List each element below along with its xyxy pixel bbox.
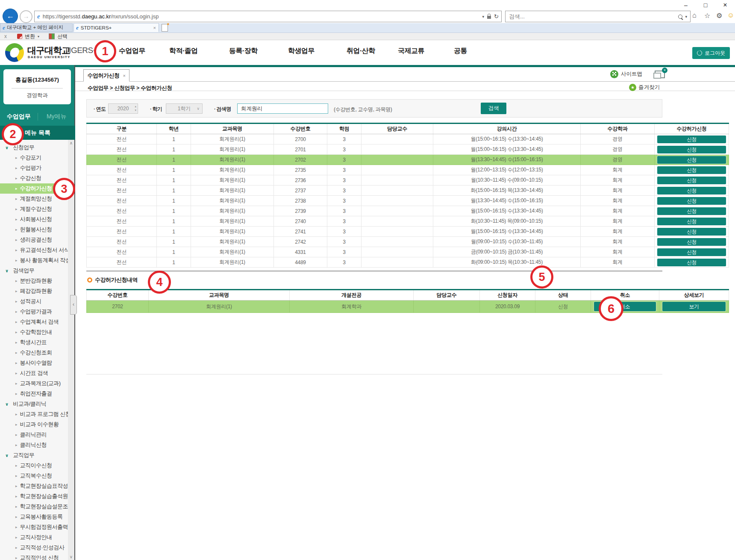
sidebar-item[interactable]: ▸학교현장실습출석원 (0, 491, 68, 501)
sidebar-item[interactable]: ▸수업평가 (0, 163, 68, 173)
sidebar-item[interactable]: ▸비교과 이수현황 (0, 419, 68, 430)
sidebar-item[interactable]: ▸교직복수신청 (0, 471, 68, 481)
sidebar-item[interactable]: ▸교직사정안내 (0, 532, 68, 542)
apply-button[interactable]: 신청 (657, 197, 726, 205)
sidebar-collapse-handle[interactable]: ‹ (70, 295, 77, 315)
sidebar-item[interactable]: ▸계절수강신청 (0, 204, 68, 214)
apply-button[interactable]: 신청 (657, 166, 726, 174)
refresh-icon[interactable]: ↻ (494, 13, 499, 20)
sidebar-item[interactable]: ▸수강신청조회 (0, 348, 68, 358)
nav-item-3[interactable]: 등록·장학 (229, 47, 258, 56)
sidebar-item[interactable]: ▸분반강좌현황 (0, 276, 68, 286)
nav-item-7[interactable]: 공통 (454, 47, 467, 56)
forward-button[interactable]: → (20, 10, 32, 23)
apply-button[interactable]: 신청 (657, 259, 726, 266)
sidebar-item[interactable]: ▸폐강강좌현황 (0, 286, 68, 296)
nav-item-2[interactable]: 학적·졸업 (169, 47, 198, 56)
browser-tab-stdtigers[interactable]: e STDTIGERS+ × (74, 23, 159, 32)
browser-tab-main[interactable]: e 대구대학교 + 메인 페이지 (0, 23, 73, 32)
select-button[interactable]: 선택 (57, 33, 68, 40)
minimize-icon[interactable]: – (676, 0, 696, 10)
sidebar-item[interactable]: ▸성적공시 (0, 296, 68, 307)
sidebar-tab-courses[interactable]: 수업업무 (0, 113, 38, 121)
sidebar-scrollbar[interactable]: ∧ ∨ (68, 140, 74, 560)
chevron-down-icon[interactable]: ▾ (482, 15, 485, 19)
home-icon[interactable]: ⌂ (692, 12, 697, 19)
nav-item-4[interactable]: 학생업무 (288, 47, 315, 56)
favorites-star-icon[interactable]: ☆ (704, 12, 710, 20)
sidebar-item[interactable]: ▸헌혈봉사신청 (0, 224, 68, 235)
sidebar-item[interactable]: ▸취업전자출결 (0, 389, 68, 399)
sidebar-item[interactable]: ▸학교현장실습설문조사 (0, 501, 68, 512)
apply-button[interactable]: 신청 (657, 177, 726, 184)
apply-button[interactable]: 신청 (657, 218, 726, 225)
sidebar-item[interactable]: ▸비교과 프로그램 신청 (0, 409, 68, 419)
back-button[interactable]: ← (3, 9, 18, 24)
close-all-tabs-icon[interactable] (655, 71, 665, 78)
sidebar-item[interactable]: ▸학생시간표 (0, 337, 68, 348)
sitemap-link[interactable]: 사이트맵 (610, 70, 642, 78)
sidebar-item[interactable]: ▸수강학점안내 (0, 327, 68, 337)
smiley-feedback-icon[interactable]: ☺ (727, 12, 734, 19)
search-icon[interactable] (678, 15, 682, 19)
convert-button[interactable]: 변환 (25, 33, 35, 40)
sidebar-item[interactable]: ▸봉사 활동계획서 작성 (0, 255, 68, 265)
sidebar-item[interactable]: ▸사회봉사신청 (0, 214, 68, 224)
apply-button[interactable]: 신청 (657, 207, 726, 215)
keyword-input[interactable]: 회계원리 (237, 103, 328, 114)
page-tab[interactable]: 수업허가신청 × (83, 69, 129, 82)
view-button[interactable]: 보기 (662, 302, 726, 311)
apply-button[interactable]: 신청 (657, 238, 726, 246)
browser-search-input[interactable]: 검색... ▾ (505, 11, 691, 22)
sidebar-item[interactable]: ▸봉사이수열람 (0, 358, 68, 368)
chevron-down-icon[interactable]: ▾ (38, 35, 39, 38)
sidebar-item[interactable]: ▸교직적인성 신청 (0, 553, 68, 560)
maximize-icon[interactable]: □ (696, 0, 715, 10)
new-tab-button[interactable] (162, 24, 168, 32)
sidebar-item[interactable]: ▸학교현장실습표작성 (0, 481, 68, 491)
sidebar-item[interactable]: ▸수업계획서 검색 (0, 317, 68, 327)
year-spinner[interactable]: 2020 ▴▾ (108, 103, 138, 114)
sidebar-item[interactable]: ▸유고결석신청서 서식 (0, 245, 68, 255)
scroll-down-icon[interactable]: ∨ (68, 554, 74, 560)
search-button[interactable]: 검색 (481, 103, 506, 114)
toolbar-close-icon[interactable]: x (4, 33, 7, 39)
table-cell: 2741 (274, 227, 327, 237)
spin-down-icon[interactable]: ▾ (135, 108, 136, 112)
scroll-up-icon[interactable]: ∧ (68, 140, 74, 146)
sidebar-item[interactable]: ▸수업평가결과 (0, 307, 68, 317)
sidebar-item[interactable]: ▸클리닉관리 (0, 430, 68, 440)
gear-icon[interactable]: ⚙ (716, 12, 722, 20)
sidebar-item[interactable]: ▸수강포기 (0, 153, 68, 163)
nav-item-6[interactable]: 국제교류 (398, 47, 424, 56)
nav-item-1[interactable]: 수업업무 (119, 47, 145, 56)
close-icon[interactable]: × (715, 0, 735, 10)
sidebar-item[interactable]: ▸교과목개요(교과) (0, 378, 68, 389)
spin-up-icon[interactable]: ▴ (135, 104, 136, 108)
favorites-link[interactable]: ★ 즐겨찾기 (629, 84, 660, 91)
logout-button[interactable]: 로그아웃 (692, 47, 730, 59)
sidebar-group[interactable]: ∨비교과/클리닉 (0, 399, 68, 409)
apply-button[interactable]: 신청 (657, 156, 726, 164)
sidebar-item[interactable]: ▸클리닉신청 (0, 440, 68, 450)
sidebar-item[interactable]: ▸교직적성·인성검사 (0, 542, 68, 553)
sidebar-item[interactable]: ▸생리공결신청 (0, 235, 68, 245)
sidebar-item[interactable]: ▸교직이수신청 (0, 460, 68, 471)
tab-close-icon[interactable]: × (153, 25, 159, 30)
tab-close-icon[interactable]: × (123, 73, 126, 78)
sidebar-item[interactable]: ▸무시험검정원서출력 (0, 522, 68, 532)
nav-item-5[interactable]: 취업·산학 (347, 47, 375, 56)
term-select[interactable]: 1학기 ∨ (166, 103, 203, 114)
sidebar-group[interactable]: ∨검색업무 (0, 265, 68, 276)
apply-button[interactable]: 신청 (657, 136, 726, 143)
address-bar[interactable]: e https://tigersstd.daegu.ac.kr/nxrun/ss… (34, 11, 502, 22)
sidebar-group[interactable]: ∨교직업무 (0, 450, 68, 460)
chevron-down-icon[interactable]: ▾ (685, 15, 687, 19)
sidebar-item[interactable]: ▸교육봉사활동등록 (0, 512, 68, 522)
sidebar-tab-mymenu[interactable]: My메뉴 (38, 113, 76, 121)
apply-button[interactable]: 신청 (657, 228, 726, 236)
apply-button[interactable]: 신청 (657, 187, 726, 195)
apply-button[interactable]: 신청 (657, 248, 726, 256)
sidebar-item[interactable]: ▸시간표 검색 (0, 368, 68, 378)
apply-button[interactable]: 신청 (657, 146, 726, 153)
